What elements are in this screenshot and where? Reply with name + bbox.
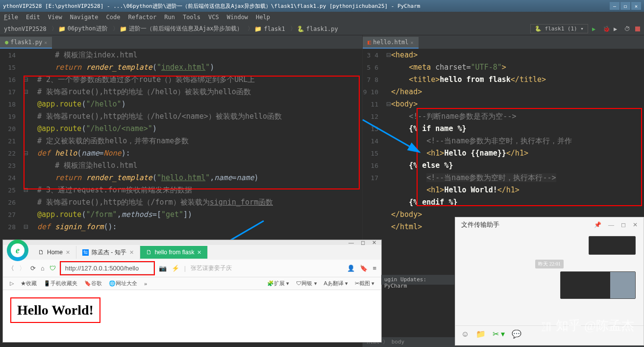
menu-view[interactable]: View xyxy=(48,14,62,21)
bm-google[interactable]: 🔖谷歌 xyxy=(84,280,102,287)
wechat-image-msg[interactable] xyxy=(589,236,636,255)
search-box[interactable]: 张艺谋妻妾子庆 xyxy=(191,264,232,272)
wechat-input-toolbar: ☺ 📁 ✂ ▾ 💬 xyxy=(455,325,644,342)
debug-icon[interactable]: 🐞 xyxy=(603,26,610,32)
tb-ext[interactable]: 🧩扩展 ▾ xyxy=(267,280,289,287)
tb-trans[interactable]: Aあ翻译 ▾ xyxy=(324,280,348,287)
wechat-timestamp: 昨天 22:01 xyxy=(535,260,563,268)
run-icon[interactable]: ▶ xyxy=(592,26,599,32)
right-tab-bar: ◧ hello.html ✕ xyxy=(363,35,644,49)
url-bar[interactable]: http://127.0.0.1:5000/hello xyxy=(61,262,154,274)
tab-hellohtml[interactable]: ◧ hello.html ✕ xyxy=(363,37,419,49)
wc-min-icon[interactable]: — xyxy=(608,221,614,229)
tb-bank[interactable]: 🛡网银 ▾ xyxy=(296,280,317,287)
menu-edit[interactable]: Edit xyxy=(26,14,40,21)
wc-close-icon[interactable]: ✕ xyxy=(633,221,638,229)
breadcrumb-folder[interactable]: 📁 06python进阶 xyxy=(58,25,108,33)
browser-window: — ◻ ✕ 🗋 Home ✕ 知 陈孟杰 - 知乎 ✕ 🗋 hello from… xyxy=(2,240,382,343)
breadcrumb-root[interactable]: ythonVIP2528 xyxy=(4,26,47,32)
menu-run[interactable]: Run xyxy=(164,14,175,21)
menu-tools[interactable]: Tools xyxy=(183,14,200,21)
menu-refactor[interactable]: Refactor xyxy=(128,14,156,21)
menu-help[interactable]: Help xyxy=(256,14,270,21)
wechat-image-msg[interactable] xyxy=(560,271,636,299)
menu-code[interactable]: Code xyxy=(106,14,121,21)
stop-icon[interactable] xyxy=(635,27,640,31)
tb-cap[interactable]: ✂截图 ▾ xyxy=(355,280,374,287)
left-tab-bar: ● flask1.py ✕ xyxy=(0,35,362,49)
browser-body: Hello World! xyxy=(3,290,381,330)
close-icon[interactable]: ✕ xyxy=(410,40,413,45)
menu-navigate[interactable]: Navigate xyxy=(70,14,99,21)
coverage-icon[interactable]: ▶ xyxy=(614,26,620,32)
tab-label: flask1.py xyxy=(10,39,42,46)
folder-icon[interactable]: 📁 xyxy=(476,329,486,339)
flash-icon[interactable]: ⚡ xyxy=(172,265,179,272)
expand-icon[interactable]: ▷ xyxy=(10,280,14,287)
close-icon[interactable]: ✕ xyxy=(129,249,134,256)
browser-titlebar: — ◻ ✕ xyxy=(3,240,381,245)
menubar: File Edit View Navigate Code Refactor Ru… xyxy=(0,12,644,23)
wechat-title-text: 文件传输助手 xyxy=(461,220,499,229)
browser-tab-flask[interactable]: 🗋 hello from flask ✕ xyxy=(140,246,208,259)
bm-sites[interactable]: 🌐网址大全 xyxy=(109,280,137,287)
emoji-icon[interactable]: ☺ xyxy=(461,330,469,339)
profile-icon[interactable]: ⏱ xyxy=(624,26,631,32)
run-config-selector[interactable]: 🐍 flask1 (1) ▾ xyxy=(530,24,588,33)
browser-tabs: 🗋 Home ✕ 知 陈孟杰 - 知乎 ✕ 🗋 hello from flask… xyxy=(3,245,381,260)
hello-heading: Hello World! xyxy=(17,302,94,318)
breadcrumb-folder[interactable]: 📁 进阶一（前后端传送信息及Ajax异步加载） xyxy=(120,25,243,33)
bookmarks-bar: ▷ ★收藏 📱手机收藏夹 🔖谷歌 🌐网址大全 » 🧩扩展 ▾ 🛡网银 ▾ Aあ翻… xyxy=(3,277,381,290)
menu-window[interactable]: Window xyxy=(227,14,248,21)
python-icon: ● xyxy=(5,39,8,46)
breadcrumb-file[interactable]: 🐍 flask1.py xyxy=(297,26,338,32)
pycharm-titlebar: ythonVIP2528 [E:\pythonVIP2528] - ...\06… xyxy=(0,0,644,12)
window-controls: — ◻ ✕ xyxy=(610,2,641,10)
back-icon[interactable]: 〈 xyxy=(8,264,14,273)
browser-tab-zhihu[interactable]: 知 陈孟杰 - 知乎 ✕ xyxy=(76,245,140,260)
wc-max-icon[interactable]: ◻ xyxy=(621,221,626,229)
bm-more[interactable]: » xyxy=(144,281,147,287)
hello-output: Hello World! xyxy=(10,297,100,323)
bm-fav[interactable]: ★收藏 xyxy=(21,280,37,287)
bm-mobile[interactable]: 📱手机收藏夹 xyxy=(44,280,77,287)
wechat-titlebar: 文件传输助手 📌 — ◻ ✕ xyxy=(455,217,644,232)
breadcrumb-folder[interactable]: 📁 flask1 xyxy=(254,26,285,32)
menu-icon[interactable]: ≡ xyxy=(372,265,376,272)
close-icon[interactable]: ✕ xyxy=(44,40,47,45)
camera-icon[interactable]: 📷 xyxy=(159,265,167,272)
close-icon[interactable]: ✕ xyxy=(197,249,201,256)
close-icon[interactable]: ✕ xyxy=(66,249,70,256)
maximize-button[interactable]: ◻ xyxy=(620,2,630,10)
shield-icon: 🛡 xyxy=(50,265,56,272)
bookmark-icon[interactable]: 🔖 xyxy=(360,265,368,272)
plugin-update-status[interactable]: ugin Updates: PyCharm xyxy=(381,275,454,285)
scissors-icon[interactable]: ✂ ▾ xyxy=(493,329,505,339)
tab-flask1py[interactable]: ● flask1.py ✕ xyxy=(0,37,52,49)
chat-icon[interactable]: 💬 xyxy=(512,329,521,339)
browser-toolbar: 〈 〉 ⟳ ⌂ 🛡 http://127.0.0.1:5000/hello 📷 … xyxy=(3,260,381,277)
close-button[interactable]: ✕ xyxy=(631,2,641,10)
html-icon: ◧ xyxy=(368,39,371,46)
pin-icon[interactable]: 📌 xyxy=(594,221,601,229)
user-icon[interactable]: 👤 xyxy=(347,265,355,272)
wechat-body[interactable]: 昨天 22:01 xyxy=(455,232,644,325)
navbar: ythonVIP2528〉 📁 06python进阶〉 📁 进阶一（前后端传送信… xyxy=(0,23,644,35)
forward-icon[interactable]: 〉 xyxy=(19,264,25,273)
home-icon[interactable]: ⌂ xyxy=(41,265,45,272)
window-title: ythonVIP2528 [E:\pythonVIP2528] - ...\06… xyxy=(3,2,420,10)
browser-tab-home[interactable]: 🗋 Home ✕ xyxy=(32,246,76,259)
browser-logo-icon: e xyxy=(7,240,28,261)
tab-label: hello.html xyxy=(373,39,408,46)
menu-file[interactable]: File xyxy=(4,14,18,21)
wechat-window: 文件传输助手 📌 — ◻ ✕ 昨天 22:01 ☺ 📁 ✂ ▾ 💬 xyxy=(455,217,644,346)
minimize-button[interactable]: — xyxy=(610,2,619,10)
menu-vcs[interactable]: VCS xyxy=(208,14,219,21)
reload-icon[interactable]: ⟳ xyxy=(30,265,36,272)
